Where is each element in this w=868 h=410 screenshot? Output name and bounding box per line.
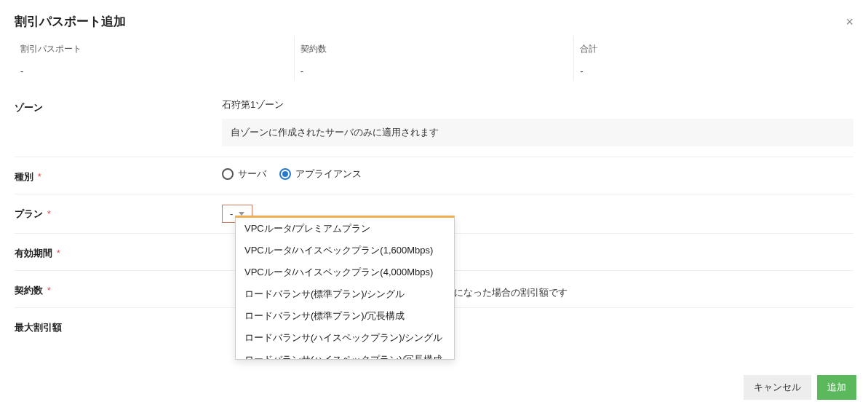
field-kind: サーバ アプライアンス [222, 167, 853, 181]
label-kind: 種別 * [15, 167, 222, 184]
required-mark: * [47, 208, 51, 219]
submit-button[interactable]: 追加 [817, 375, 856, 400]
plan-selected-value: - [230, 208, 233, 219]
modal-footer: キャンセル 追加 [744, 375, 856, 400]
zone-value: 石狩第1ゾーン [222, 98, 853, 111]
label-contracts: 契約数 * [15, 281, 222, 297]
plan-option[interactable]: VPCルータ/ハイスペックプラン(1,600Mbps) [236, 240, 454, 261]
summary-value: - [20, 66, 294, 76]
summary-col-total: 合計 - [574, 36, 853, 81]
label-period: 有効期間 * [15, 244, 222, 260]
plan-option[interactable]: ロードバランサ(標準プラン)/冗長構成 [236, 305, 454, 327]
modal: 割引パスポート追加 × 割引パスポート - 契約数 - 合計 - ゾーン 石狩第… [0, 0, 868, 410]
label-text: 種別 [15, 171, 33, 182]
summary-label: 契約数 [300, 43, 574, 55]
label-text: 契約数 [15, 285, 43, 296]
plan-dropdown[interactable]: VPCルータ/プレミアムプラン VPCルータ/ハイスペックプラン(1,600Mb… [235, 216, 455, 360]
row-kind: 種別 * サーバ アプライアンス [15, 157, 853, 194]
field-zone: 石狩第1ゾーン 自ゾーンに作成されたサーバのみに適用されます [222, 98, 853, 146]
plan-option[interactable]: VPCルータ/ハイスペックプラン(4,000Mbps) [236, 261, 454, 283]
label-max-discount: 最大割引額 [15, 318, 222, 334]
radio-group-kind: サーバ アプライアンス [222, 167, 853, 181]
plan-option[interactable]: ロードバランサ(標準プラン)/シングル [236, 283, 454, 305]
row-zone: ゾーン 石狩第1ゾーン 自ゾーンに作成されたサーバのみに適用されます [15, 88, 853, 157]
required-mark: * [57, 248, 60, 259]
plan-option[interactable]: ロードバランサ(ハイスペックプラン)/シングル [236, 327, 454, 349]
label-text: プラン [15, 208, 43, 219]
summary-label: 割引パスポート [20, 43, 294, 55]
label-text: ゾーン [15, 102, 43, 113]
plan-option[interactable]: VPCルータ/プレミアムプラン [236, 218, 454, 240]
summary-value: - [300, 66, 574, 76]
label-text: 有効期間 [15, 248, 52, 259]
required-mark: * [47, 285, 51, 296]
required-mark: * [38, 171, 41, 182]
plan-option[interactable]: ロードバランサ(ハイスペックプラン)/冗長構成 [236, 349, 454, 360]
summary-col-contracts: 契約数 - [295, 36, 575, 81]
summary-row: 割引パスポート - 契約数 - 合計 - [0, 36, 868, 81]
max-discount-note: になった場合の割引額です [454, 286, 868, 299]
label-zone: ゾーン [15, 98, 222, 114]
summary-value: - [580, 66, 853, 76]
label-plan: プラン * [15, 205, 222, 221]
radio-label: サーバ [238, 167, 266, 181]
radio-server[interactable]: サーバ [222, 167, 266, 181]
radio-label: アプライアンス [295, 167, 362, 181]
close-icon[interactable]: × [845, 15, 853, 28]
cancel-button[interactable]: キャンセル [744, 375, 811, 400]
summary-col-passport: 割引パスポート - [15, 36, 295, 81]
radio-circle-icon [279, 168, 291, 180]
label-text: 最大割引額 [15, 322, 62, 333]
zone-note: 自ゾーンに作成されたサーバのみに適用されます [222, 119, 853, 146]
modal-header: 割引パスポート追加 × [0, 0, 868, 36]
radio-circle-icon [222, 168, 234, 180]
summary-label: 合計 [580, 43, 853, 55]
modal-title: 割引パスポート追加 [15, 13, 126, 30]
radio-appliance[interactable]: アプライアンス [279, 167, 362, 181]
